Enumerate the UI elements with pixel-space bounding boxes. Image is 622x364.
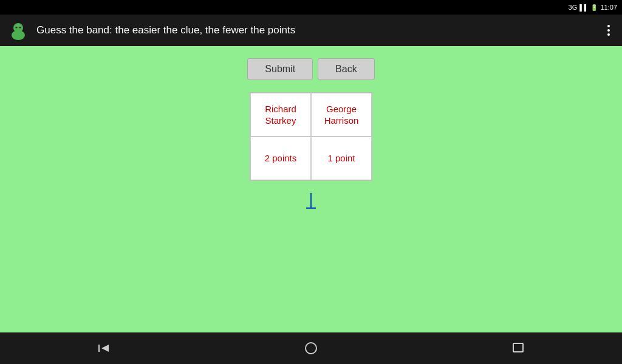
battery-icon: 🔋: [590, 4, 598, 11]
wifi-icon: ▌▌: [579, 4, 588, 11]
main-content: Submit Back RichardStarkey GeorgeHarriso…: [0, 46, 622, 332]
app-icon: [7, 19, 29, 41]
cursor-vertical: [310, 193, 312, 207]
status-bar: 3G ▌▌ 🔋 11:07: [0, 0, 622, 15]
recents-nav-icon: [511, 341, 525, 356]
dot2: [607, 29, 610, 32]
cell-george-harrison[interactable]: GeorgeHarrison: [311, 93, 372, 136]
back-nav-button[interactable]: [84, 336, 123, 360]
cell-1-point[interactable]: 1 point: [311, 136, 372, 180]
svg-point-9: [306, 343, 316, 354]
svg-point-5: [20, 27, 21, 27]
svg-point-6: [16, 24, 21, 27]
home-nav-button[interactable]: [292, 336, 330, 360]
signal-indicator: 3G: [569, 4, 578, 11]
text-cursor-indicator: [306, 193, 316, 209]
svg-rect-10: [513, 343, 523, 352]
dot1: [607, 25, 610, 27]
app-title: Guess the band: the easier the clue, the…: [36, 24, 603, 36]
cell-richard-starkey[interactable]: RichardStarkey: [250, 93, 311, 136]
submit-button[interactable]: Submit: [247, 58, 313, 80]
back-nav-icon: [97, 341, 111, 356]
grid-row-1: RichardStarkey GeorgeHarrison: [250, 93, 372, 136]
cursor-shape: [306, 193, 316, 209]
svg-point-4: [16, 27, 17, 27]
grid-row-2: 2 points 1 point: [250, 136, 372, 180]
clock: 11:07: [600, 4, 617, 11]
cell-2-points[interactable]: 2 points: [250, 136, 311, 180]
svg-marker-7: [101, 345, 109, 352]
action-buttons: Submit Back: [247, 58, 374, 80]
clue-grid: RichardStarkey GeorgeHarrison 2 points 1…: [250, 92, 372, 181]
home-nav-icon: [304, 341, 318, 356]
cursor-horizontal: [306, 207, 316, 209]
nav-bar: [0, 332, 622, 364]
back-button[interactable]: Back: [318, 58, 375, 80]
recents-nav-button[interactable]: [499, 336, 538, 360]
overflow-menu-button[interactable]: [603, 22, 615, 38]
dot3: [607, 33, 610, 36]
app-bar: Guess the band: the easier the clue, the…: [0, 15, 622, 46]
